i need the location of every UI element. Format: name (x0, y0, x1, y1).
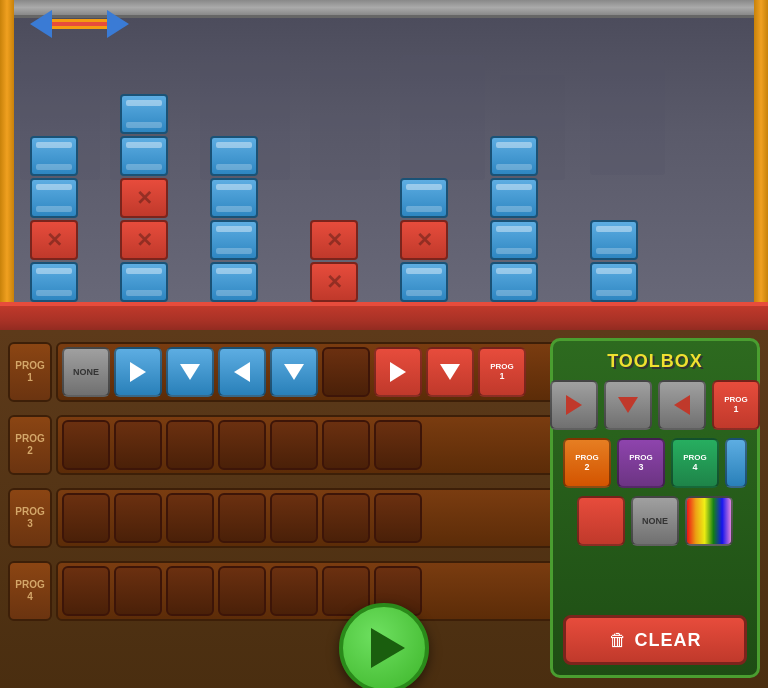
empty-slot (114, 566, 162, 616)
empty-slot (322, 493, 370, 543)
toolbox-row-2: PROG 2 PROG 3 PROG 4 (563, 438, 747, 488)
empty-slot (218, 566, 266, 616)
arrow-down-icon (180, 364, 200, 380)
box-blue (120, 136, 168, 176)
empty-slot (322, 347, 370, 397)
prog-3-label: PROG 3 (8, 488, 52, 548)
prog-1-label: PROG 1 (8, 342, 52, 402)
trash-icon: 🗑 (609, 630, 627, 651)
arrow-down-icon (618, 397, 638, 413)
toolbox-color-red[interactable] (577, 496, 625, 546)
toolbox-arrow-left[interactable] (658, 380, 706, 430)
toolbox-prog-2-chip[interactable]: PROG 2 (563, 438, 611, 488)
crane-arrow-right-icon (107, 10, 129, 38)
box-red (120, 178, 168, 218)
empty-slot (166, 420, 214, 470)
empty-slot (166, 493, 214, 543)
empty-slot (62, 566, 110, 616)
arrow-right-icon (130, 362, 146, 382)
prog-4-label: PROG 4 (8, 561, 52, 621)
empty-slot (322, 420, 370, 470)
box-red (30, 220, 78, 260)
prog-1-chip[interactable]: PROG 1 (478, 347, 526, 397)
arrow-left-icon (234, 362, 250, 382)
crane-arrow-left-icon (30, 10, 52, 38)
box-stack-1 (30, 136, 78, 302)
crane-hook (30, 10, 129, 38)
empty-slot (218, 420, 266, 470)
box-blue (490, 136, 538, 176)
box-blue (400, 178, 448, 218)
control-panel: PROG 1 NONE (0, 330, 768, 688)
empty-slot (62, 493, 110, 543)
cmd-arrow-right-blue[interactable] (114, 347, 162, 397)
toolbox-arrow-right[interactable] (550, 380, 598, 430)
box-red (310, 220, 358, 260)
ground-platform (0, 302, 768, 330)
box-blue (30, 178, 78, 218)
empty-slot (374, 420, 422, 470)
toolbox-prog-1-chip[interactable]: PROG 1 (712, 380, 760, 430)
box-blue (400, 262, 448, 302)
empty-slot (270, 420, 318, 470)
toolbox-none[interactable]: NONE (631, 496, 679, 546)
arrow-left-icon (674, 395, 690, 415)
box-blue (120, 94, 168, 134)
box-stack-4 (310, 220, 358, 302)
box-blue (490, 178, 538, 218)
arrow-down-icon (284, 364, 304, 380)
pole-left (0, 0, 14, 330)
cmd-arrow-down-blue[interactable] (166, 347, 214, 397)
box-blue (210, 220, 258, 260)
box-stack-6 (490, 136, 538, 302)
cmd-arrow-down-blue-2[interactable] (270, 347, 318, 397)
box-red (310, 262, 358, 302)
toolbox-prog-4-chip[interactable]: PROG 4 (671, 438, 719, 488)
toolbox-color-blue[interactable] (725, 438, 747, 488)
arrow-down-icon (440, 364, 460, 380)
box-red (120, 220, 168, 260)
prog-2-label: PROG 2 (8, 415, 52, 475)
toolbox-row-3: NONE (563, 496, 747, 546)
toolbox-row-1: PROG 1 (563, 380, 747, 430)
clear-button-label: CLEAR (635, 630, 702, 651)
box-blue (30, 262, 78, 302)
toolbox-title: TOOLBOX (563, 351, 747, 372)
cmd-arrow-left-blue[interactable] (218, 347, 266, 397)
box-stack-7 (590, 220, 638, 302)
play-triangle-icon (371, 628, 405, 668)
box-stack-3 (210, 136, 258, 302)
empty-slot (270, 493, 318, 543)
clear-button[interactable]: 🗑 CLEAR (563, 615, 747, 665)
toolbox-arrow-down[interactable] (604, 380, 652, 430)
empty-slot (114, 420, 162, 470)
game-area (0, 0, 768, 330)
empty-slot (62, 420, 110, 470)
empty-slot (218, 493, 266, 543)
play-button[interactable] (339, 603, 429, 688)
box-blue (210, 136, 258, 176)
box-red (400, 220, 448, 260)
box-stack-5 (400, 178, 448, 302)
crane-horizontal-bar (52, 19, 107, 29)
box-blue (590, 220, 638, 260)
toolbox-color-any[interactable] (685, 496, 733, 546)
toolbox: TOOLBOX PROG 1 PROG 2 (550, 338, 760, 678)
box-blue (490, 262, 538, 302)
empty-slot (270, 566, 318, 616)
cmd-arrow-down-red[interactable] (426, 347, 474, 397)
box-blue (120, 262, 168, 302)
cmd-arrow-right-red[interactable] (374, 347, 422, 397)
empty-slot (166, 566, 214, 616)
box-blue (210, 178, 258, 218)
empty-slot (114, 493, 162, 543)
box-blue (590, 262, 638, 302)
box-stack-2 (120, 94, 168, 302)
box-blue (30, 136, 78, 176)
pole-right (754, 0, 768, 330)
arrow-right-icon (390, 362, 406, 382)
toolbox-prog-3-chip[interactable]: PROG 3 (617, 438, 665, 488)
box-blue (490, 220, 538, 260)
arrow-right-icon (566, 395, 582, 415)
none-chip[interactable]: NONE (62, 347, 110, 397)
